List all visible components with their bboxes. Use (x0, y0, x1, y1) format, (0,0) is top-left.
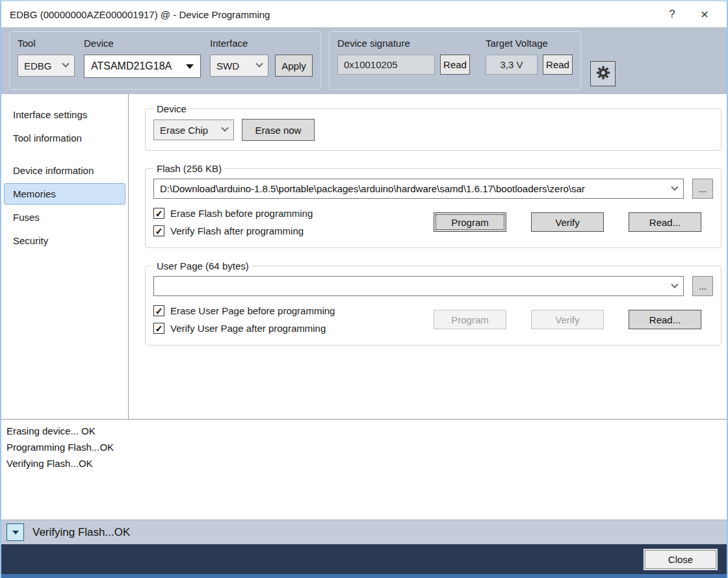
erase-mode-select[interactable]: Erase Chip (153, 119, 234, 140)
target-voltage-field: Target Voltage 3,3 V Read (486, 38, 573, 81)
apply-button[interactable]: Apply (275, 55, 313, 77)
erase-user-page-checkbox[interactable]: ✓ (153, 305, 164, 316)
read-signature-button[interactable]: Read (440, 55, 470, 75)
close-button[interactable]: Close (645, 550, 716, 569)
check-icon: ✓ (155, 306, 163, 316)
sidebar-item-device-information[interactable]: Device information (4, 160, 125, 181)
status-expander-button[interactable] (6, 523, 24, 541)
erase-flash-checkbox[interactable]: ✓ (153, 208, 164, 219)
target-voltage-label: Target Voltage (486, 38, 573, 49)
toolbar: Tool EDBG Device ATSAMD21G18A Interface … (1, 27, 727, 94)
interface-select-value: SWD (216, 60, 239, 71)
sidebar: Interface settings Tool information Devi… (1, 94, 129, 419)
chevron-down-icon (671, 183, 678, 190)
window-bottom-border (1, 574, 727, 578)
footer-bar: Close (1, 544, 727, 574)
log-line: Programming Flash...OK (6, 439, 722, 455)
flash-verify-button[interactable]: Verify (531, 212, 604, 232)
chevron-down-icon (221, 125, 228, 132)
check-icon: ✓ (155, 208, 163, 219)
memories-panel: Device Erase Chip Erase now Flash (256 K… (129, 94, 727, 419)
log-line: Erasing device... OK (6, 423, 722, 439)
interface-select[interactable]: SWD (210, 55, 268, 77)
chevron-down-icon (62, 60, 69, 68)
sidebar-item-tool-information[interactable]: Tool information (4, 127, 125, 149)
sidebar-item-fuses[interactable]: Fuses (4, 207, 125, 228)
flash-section: Flash (256 KB) D:\Download\arduino-1.8.5… (145, 163, 722, 248)
user-page-browse-button[interactable]: ... (692, 276, 713, 296)
gear-icon (595, 64, 612, 84)
device-signature-value-box: 0x10010205 (337, 55, 435, 75)
user-page-section: User Page (64 bytes) ... ✓ Erase User Pa… (145, 260, 722, 346)
verify-flash-checkbox-label: Verify Flash after programming (170, 225, 304, 236)
help-button[interactable]: ? (658, 8, 686, 21)
main-area: Interface settings Tool information Devi… (1, 94, 727, 419)
status-message: Verifying Flash...OK (32, 526, 130, 539)
user-page-section-legend: User Page (64 bytes) (153, 260, 252, 271)
user-page-program-button: Program (434, 310, 506, 329)
triangle-down-icon (186, 64, 194, 69)
settings-button[interactable] (590, 61, 616, 86)
device-field: Device ATSAMD21G18A (84, 38, 201, 81)
flash-program-button[interactable]: Program (434, 212, 506, 232)
close-window-button[interactable]: × (686, 6, 723, 22)
device-signature-field: Device signature 0x10010205 Read (337, 38, 470, 81)
tool-device-interface-group: Tool EDBG Device ATSAMD21G18A Interface … (9, 31, 321, 90)
device-signature-label: Device signature (337, 38, 470, 49)
window-title: EDBG (00000000AZE000001917) @ - Device P… (10, 9, 658, 20)
verify-flash-checkbox[interactable]: ✓ (153, 225, 164, 236)
log-output: Erasing device... OK Programming Flash..… (1, 419, 727, 520)
sidebar-item-interface-settings[interactable]: Interface settings (4, 104, 125, 125)
triangle-down-icon (12, 531, 19, 534)
sidebar-item-memories[interactable]: Memories (4, 183, 125, 205)
erase-user-page-checkbox-label: Erase User Page before programming (170, 305, 335, 316)
user-page-verify-button: Verify (531, 310, 604, 329)
device-label: Device (84, 38, 201, 49)
check-icon: ✓ (155, 323, 163, 334)
device-section-legend: Device (153, 103, 190, 114)
title-bar: EDBG (00000000AZE000001917) @ - Device P… (1, 1, 727, 27)
device-programming-dialog: EDBG (00000000AZE000001917) @ - Device P… (0, 0, 728, 578)
verify-user-page-checkbox[interactable]: ✓ (153, 323, 164, 334)
tool-select-value: EDBG (24, 60, 52, 71)
user-page-file-combobox[interactable] (153, 276, 684, 296)
flash-read-button[interactable]: Read... (629, 212, 701, 232)
verify-user-page-checkbox-label: Verify User Page after programming (170, 323, 326, 334)
tool-select[interactable]: EDBG (18, 55, 75, 77)
signature-voltage-group: Device signature 0x10010205 Read Target … (329, 31, 581, 90)
tool-label: Tool (18, 38, 75, 49)
tool-field: Tool EDBG (18, 38, 75, 81)
check-icon: ✓ (155, 226, 163, 236)
interface-label: Interface (210, 38, 313, 49)
sidebar-item-security[interactable]: Security (4, 230, 125, 251)
flash-file-path: D:\Download\arduino-1.8.5\portable\packa… (160, 183, 668, 194)
interface-field: Interface SWD Apply (210, 38, 313, 81)
erase-now-button[interactable]: Erase now (242, 119, 315, 141)
user-page-read-button[interactable]: Read... (629, 310, 701, 329)
flash-browse-button[interactable]: ... (692, 179, 713, 199)
flash-section-legend: Flash (256 KB) (153, 163, 225, 174)
status-bar: Verifying Flash...OK (1, 520, 727, 544)
chevron-down-icon (671, 281, 678, 288)
device-combobox-value: ATSAMD21G18A (91, 60, 172, 72)
read-voltage-button[interactable]: Read (543, 55, 573, 75)
target-voltage-value-box: 3,3 V (486, 55, 538, 75)
device-section: Device Erase Chip Erase now (145, 103, 722, 151)
device-combobox[interactable]: ATSAMD21G18A (84, 55, 201, 78)
erase-flash-checkbox-label: Erase Flash before programming (170, 208, 313, 219)
log-line: Verifying Flash...OK (6, 455, 722, 471)
chevron-down-icon (255, 60, 263, 68)
erase-mode-value: Erase Chip (160, 125, 208, 136)
flash-file-combobox[interactable]: D:\Download\arduino-1.8.5\portable\packa… (153, 179, 684, 199)
